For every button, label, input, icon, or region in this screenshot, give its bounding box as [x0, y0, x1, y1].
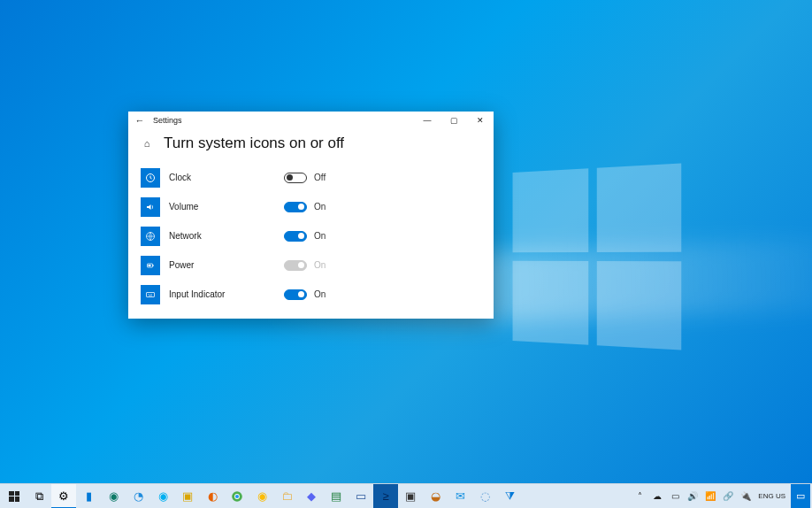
option-label: Power — [169, 260, 284, 270]
power-icon — [141, 256, 160, 275]
options-list: Clock Off Volume On Network On Power — [128, 163, 494, 309]
taskbar-app-taskmgr[interactable]: ▤ — [324, 484, 349, 509]
taskbar-app-chrome[interactable] — [225, 484, 249, 509]
svg-rect-5 — [147, 292, 155, 296]
page-title: Turn system icons on or off — [164, 135, 344, 152]
taskbar-app-vscode[interactable]: ⧩ — [497, 484, 522, 509]
toggle-state-text: On — [314, 289, 326, 299]
toggle-state-text: On — [314, 260, 326, 270]
toggle-state-text: On — [314, 231, 326, 241]
network-icon — [141, 227, 160, 246]
taskbar-app-firefox[interactable]: ◐ — [200, 484, 225, 509]
option-row-input-indicator: Input Indicator On — [141, 280, 481, 309]
system-tray: ˄ ☁ ▭ 🔊 📶 🔗 🔌 ENG US ▭ — [631, 484, 810, 509]
toggle-input-indicator[interactable] — [284, 289, 307, 300]
option-label: Network — [169, 231, 284, 241]
maximize-button[interactable]: ▢ — [440, 112, 467, 129]
taskbar-app-misc1[interactable]: ◒ — [423, 484, 448, 509]
toggle-state-text: On — [314, 202, 326, 212]
option-label: Volume — [169, 202, 284, 212]
tray-volume-icon[interactable]: 🔊 — [684, 484, 701, 509]
option-row-clock: Clock Off — [141, 163, 481, 192]
minimize-button[interactable]: — — [414, 112, 440, 129]
tray-meet-icon[interactable]: ▭ — [666, 484, 684, 509]
window-titlebar: ← Settings — ▢ ✕ — [128, 112, 494, 129]
taskbar-app-powershell[interactable]: ≥ — [373, 484, 398, 509]
taskbar-app-explorer[interactable]: 🗀 — [274, 484, 299, 509]
taskbar-app-edge[interactable]: ◉ — [101, 484, 126, 509]
volume-icon — [141, 197, 160, 217]
taskbar-app-misc2[interactable]: ◌ — [472, 484, 497, 509]
home-icon[interactable]: ⌂ — [141, 138, 153, 149]
toggle-power — [284, 260, 307, 271]
tray-link-icon[interactable]: 🔗 — [719, 484, 737, 509]
window-title: Settings — [151, 116, 414, 125]
taskbar-app-word[interactable]: ▭ — [349, 484, 373, 509]
option-row-network: Network On — [141, 221, 481, 250]
svg-rect-3 — [153, 265, 154, 266]
option-label: Input Indicator — [169, 289, 284, 299]
clock-icon — [141, 168, 160, 188]
option-row-power: Power On — [141, 250, 481, 280]
action-center-button[interactable]: ▭ — [791, 484, 810, 509]
keyboard-icon — [141, 285, 160, 304]
option-row-volume: Volume On — [141, 192, 481, 221]
tray-onedrive-icon[interactable]: ☁ — [648, 484, 666, 509]
taskbar-app-teams[interactable]: ◔ — [126, 484, 150, 509]
tray-network-icon[interactable]: 📶 — [701, 484, 719, 509]
tray-power-icon[interactable]: 🔌 — [737, 484, 755, 509]
taskbar-app-notepad[interactable]: ▮ — [76, 484, 101, 509]
taskbar: ⧉ ⚙ ▮ ◉ ◔ ◉ ▣ ◐ ◉ 🗀 ◆ ▤ ▭ ≥ ▣ ◒ ✉ ◌ ⧩ ˄ … — [0, 483, 812, 508]
back-button[interactable]: ← — [128, 115, 151, 126]
taskbar-app-sandbox[interactable]: ▣ — [175, 484, 200, 509]
tray-chevron-up-icon[interactable]: ˄ — [631, 484, 648, 509]
taskbar-app-settings[interactable]: ⚙ — [51, 484, 76, 509]
option-label: Clock — [169, 173, 284, 182]
svg-point-8 — [235, 494, 239, 497]
tray-language-indicator[interactable]: ENG US — [755, 492, 789, 500]
svg-rect-4 — [149, 265, 151, 266]
desktop-windows-logo — [513, 164, 682, 350]
page-heading-row: ⌂ Turn system icons on or off — [128, 129, 494, 163]
toggle-state-text: Off — [314, 173, 326, 182]
taskbar-app-discord[interactable]: ◆ — [299, 484, 324, 509]
start-button[interactable] — [2, 484, 27, 509]
taskbar-app-mail[interactable]: ✉ — [448, 484, 472, 509]
close-button[interactable]: ✕ — [467, 112, 494, 129]
settings-window: ← Settings — ▢ ✕ ⌂ Turn system icons on … — [128, 112, 494, 319]
toggle-network[interactable] — [284, 231, 307, 242]
taskbar-app-canary[interactable]: ◉ — [249, 484, 274, 509]
taskbar-app-terminal[interactable]: ▣ — [398, 484, 423, 509]
toggle-clock[interactable] — [284, 173, 307, 183]
toggle-volume[interactable] — [284, 202, 307, 212]
task-view-button[interactable]: ⧉ — [27, 484, 51, 509]
taskbar-app-skype[interactable]: ◉ — [150, 484, 175, 509]
